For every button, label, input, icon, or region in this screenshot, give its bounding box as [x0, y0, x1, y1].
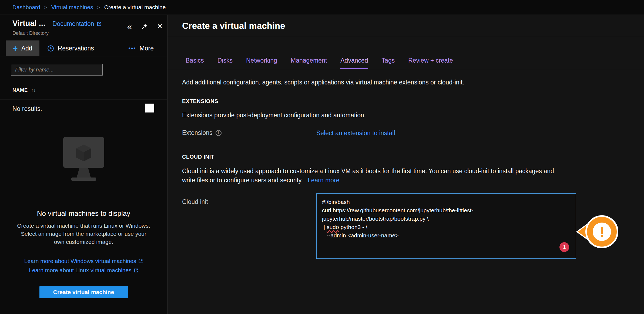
- breadcrumb: Dashboard>Virtual machines>Create a virt…: [12, 4, 166, 11]
- external-link-icon: [97, 22, 102, 26]
- panel-toolbar: + Add Reservations ••• More: [0, 40, 167, 56]
- empty-state: No virtual machines to display Create a …: [0, 136, 167, 298]
- breadcrumb-dashboard[interactable]: Dashboard: [12, 4, 40, 10]
- tab-advanced[interactable]: Advanced: [340, 57, 368, 69]
- exclamation-annotation-icon: !: [575, 213, 622, 252]
- advanced-intro-text: Add additional configuration, agents, sc…: [182, 78, 644, 86]
- vm-monitor-icon: [56, 136, 111, 188]
- create-vm-blade: Create a virtual machine BasicsDisksNetw…: [167, 15, 644, 314]
- panel-title: Virtual ...: [12, 19, 45, 28]
- code-line: --admin <admin-user-name>: [322, 231, 570, 240]
- extensions-heading: EXTENSIONS: [182, 98, 644, 104]
- breadcrumb-bar: Dashboard>Virtual machines>Create a virt…: [0, 0, 644, 15]
- breadcrumb-create-a-virtual-machine: Create a virtual machine: [104, 4, 166, 10]
- add-button[interactable]: + Add: [6, 40, 39, 56]
- tab-review-create[interactable]: Review + create: [408, 57, 453, 69]
- learn-more-link-windows[interactable]: Learn more about Windows virtual machine…: [24, 258, 143, 264]
- vm-list-panel: Virtual ... Documentation Default Direct…: [0, 15, 167, 314]
- tab-tags[interactable]: Tags: [382, 57, 395, 69]
- select-checkbox[interactable]: [145, 104, 154, 112]
- external-link-icon: [134, 268, 138, 273]
- extensions-field-label: Extensions: [182, 129, 213, 136]
- blade-header: Create a virtual machine: [167, 15, 644, 37]
- more-button-label: More: [140, 45, 154, 52]
- ellipsis-icon: •••: [129, 45, 136, 52]
- code-line: curl https://raw.githubusercontent.com/j…: [322, 206, 570, 214]
- clock-icon: [47, 45, 54, 52]
- cloud-init-description: Cloud init is a widely used approach to …: [182, 166, 560, 185]
- code-line: #!/bin/bash: [322, 198, 570, 206]
- empty-state-title: No virtual machines to display: [0, 209, 167, 217]
- breadcrumb-separator: >: [97, 5, 100, 10]
- breadcrumb-virtual-machines[interactable]: Virtual machines: [51, 4, 93, 10]
- cloud-init-script: #!/bin/bashcurl https://raw.githubuserco…: [322, 198, 570, 240]
- cloud-init-input[interactable]: #!/bin/bashcurl https://raw.githubuserco…: [316, 193, 576, 259]
- reservations-button-label: Reservations: [58, 45, 94, 52]
- filter-input[interactable]: [11, 64, 103, 76]
- divider: [167, 69, 644, 69]
- no-results-label: No results.: [12, 105, 42, 112]
- documentation-link[interactable]: Documentation: [52, 20, 102, 28]
- learn-more-link[interactable]: Learn more: [308, 177, 340, 184]
- tab-bar: BasicsDisksNetworkingManagementAdvancedT…: [186, 57, 644, 69]
- tab-disks[interactable]: Disks: [217, 57, 233, 69]
- create-virtual-machine-button[interactable]: Create virtual machine: [39, 286, 128, 298]
- tab-networking[interactable]: Networking: [246, 57, 277, 69]
- code-line: | sudo python3 - \: [322, 223, 570, 231]
- code-line: jupyterhub/master/bootstrap/bootstrap.py…: [322, 214, 570, 223]
- cloud-init-field-label: Cloud init: [182, 193, 316, 206]
- reservations-button[interactable]: Reservations: [47, 40, 94, 56]
- cloud-init-description-text: Cloud init is a widely used approach to …: [182, 168, 554, 184]
- misspelled-word: sudo: [327, 224, 339, 230]
- tab-basics[interactable]: Basics: [186, 57, 204, 69]
- table-header[interactable]: NAME ↑↓: [12, 87, 167, 93]
- link-label: Learn more about Windows virtual machine…: [24, 258, 136, 264]
- empty-state-description: Create a virtual machine that runs Linux…: [15, 222, 152, 246]
- collapse-panel-icon[interactable]: «: [127, 22, 132, 30]
- cloud-init-heading: CLOUD INIT: [182, 153, 644, 160]
- plus-icon: +: [13, 44, 18, 53]
- learn-more-link-linux[interactable]: Learn more about Linux virtual machines: [29, 267, 138, 274]
- extensions-description: Extensions provide post-deployment confi…: [182, 111, 644, 119]
- external-link-icon: [138, 259, 143, 264]
- no-results-row: No results.: [0, 100, 167, 118]
- link-label: Learn more about Linux virtual machines: [29, 267, 131, 274]
- directory-label: Default Directory: [12, 30, 102, 36]
- name-column-header: NAME: [12, 87, 28, 93]
- breadcrumb-separator: >: [44, 5, 47, 10]
- close-panel-icon[interactable]: ✕: [157, 22, 163, 30]
- panel-header: Virtual ... Documentation Default Direct…: [0, 15, 167, 36]
- add-button-label: Add: [21, 45, 32, 52]
- page-title: Create a virtual machine: [182, 21, 285, 31]
- annotation-badge-1: 1: [559, 242, 569, 252]
- info-icon[interactable]: i: [216, 130, 222, 136]
- select-extension-link[interactable]: Select an extension to install: [316, 129, 395, 137]
- more-button[interactable]: ••• More: [129, 40, 154, 56]
- tab-management[interactable]: Management: [291, 57, 327, 69]
- extensions-row: Extensions i Select an extension to inst…: [182, 129, 644, 137]
- pin-icon[interactable]: [140, 23, 148, 30]
- sort-icon: ↑↓: [31, 88, 36, 93]
- exclamation-glyph: !: [599, 223, 605, 240]
- documentation-link-label: Documentation: [52, 20, 94, 28]
